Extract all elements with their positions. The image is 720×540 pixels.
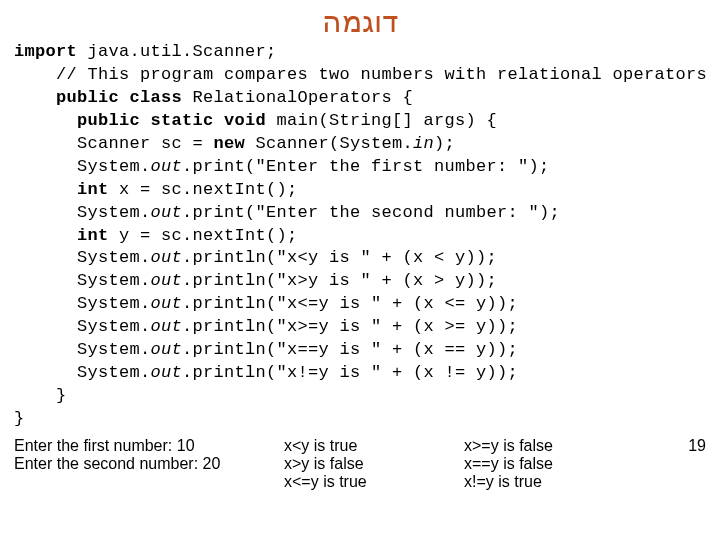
output-line: x==y is false (464, 455, 688, 473)
output-line: x>y is false (284, 455, 464, 473)
code-text: Scanner sc = (14, 134, 214, 153)
output-line: x<y is true (284, 437, 464, 455)
output-row: Enter the first number: 10 Enter the sec… (14, 437, 706, 491)
field-out: out (151, 363, 183, 382)
code-block: import java.util.Scanner; // This progra… (14, 41, 706, 431)
page-number: 19 (688, 437, 706, 455)
code-text: Scanner(System. (245, 134, 413, 153)
slide-title: דוגמה (14, 4, 706, 39)
code-text: ); (434, 134, 455, 153)
output-col-results-2: x>=y is false x==y is false x!=y is true (464, 437, 688, 491)
kw-import: import (14, 42, 77, 61)
field-out: out (151, 248, 183, 267)
field-out: out (151, 294, 183, 313)
code-text: .println("x>=y is " + (x >= y)); (182, 317, 518, 336)
code-text: x = sc.nextInt(); (109, 180, 298, 199)
kw-public-class: public class (14, 88, 182, 107)
kw-int: int (14, 180, 109, 199)
code-text: } (14, 386, 67, 405)
code-text: System. (14, 271, 151, 290)
code-text: java.util.Scanner; (77, 42, 277, 61)
code-text: RelationalOperators { (182, 88, 413, 107)
output-line: Enter the second number: 20 (14, 455, 284, 473)
field-in: in (413, 134, 434, 153)
code-text: .println("x<=y is " + (x <= y)); (182, 294, 518, 313)
kw-new: new (214, 134, 246, 153)
code-text: System. (14, 157, 151, 176)
output-line: x<=y is true (284, 473, 464, 491)
field-out: out (151, 157, 183, 176)
output-col-results-1: x<y is true x>y is false x<=y is true (284, 437, 464, 491)
code-text: System. (14, 317, 151, 336)
code-comment: // This program compares two numbers wit… (14, 65, 707, 84)
field-out: out (151, 340, 183, 359)
output-line: x!=y is true (464, 473, 688, 491)
code-text: System. (14, 248, 151, 267)
code-text: .println("x==y is " + (x == y)); (182, 340, 518, 359)
kw-method-sig: public static void (14, 111, 266, 130)
code-text: System. (14, 340, 151, 359)
code-text: main(String[] args) { (266, 111, 497, 130)
code-text: } (14, 409, 25, 428)
code-text: .println("x!=y is " + (x != y)); (182, 363, 518, 382)
code-text: .print("Enter the second number: "); (182, 203, 560, 222)
code-text: .print("Enter the first number: "); (182, 157, 550, 176)
code-text: .println("x>y is " + (x > y)); (182, 271, 497, 290)
kw-int: int (14, 226, 109, 245)
code-text: System. (14, 363, 151, 382)
output-col-input: Enter the first number: 10 Enter the sec… (14, 437, 284, 473)
field-out: out (151, 271, 183, 290)
field-out: out (151, 317, 183, 336)
output-line: Enter the first number: 10 (14, 437, 284, 455)
code-text: System. (14, 203, 151, 222)
field-out: out (151, 203, 183, 222)
code-text: .println("x<y is " + (x < y)); (182, 248, 497, 267)
output-line: x>=y is false (464, 437, 688, 455)
code-text: y = sc.nextInt(); (109, 226, 298, 245)
code-text: System. (14, 294, 151, 313)
